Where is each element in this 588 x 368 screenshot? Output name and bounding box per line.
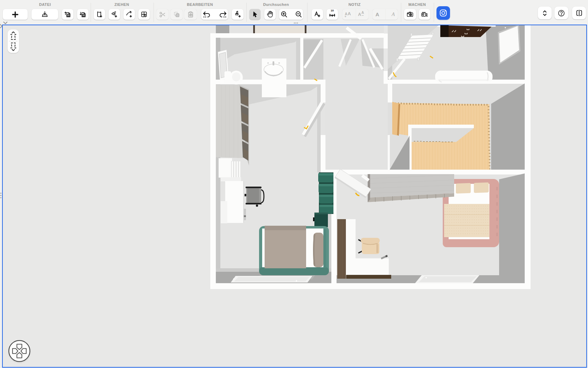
svg-text:A: A xyxy=(358,12,361,17)
svg-text:A: A xyxy=(348,11,351,16)
svg-text:+: + xyxy=(344,15,346,18)
svg-text:−: − xyxy=(362,14,364,17)
